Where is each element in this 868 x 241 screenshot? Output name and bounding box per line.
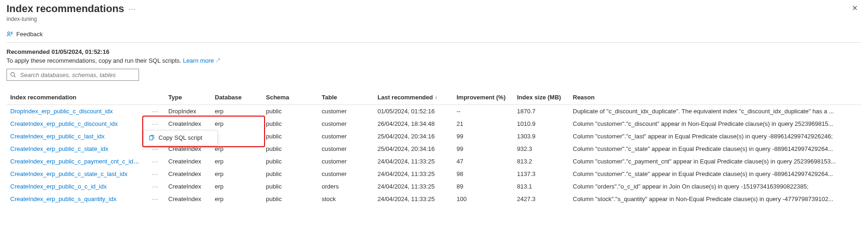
cell-schema: public <box>262 143 318 155</box>
svg-point-1 <box>11 72 14 76</box>
th-rec[interactable]: Index recommendation <box>7 90 146 105</box>
table-row: CreateIndex_erp_public_s_quantity_idx···… <box>7 193 861 205</box>
table-row: CreateIndex_erp_public_c_state_c_last_id… <box>7 168 861 180</box>
search-input-wrapper[interactable] <box>7 69 139 81</box>
cell-db: erp <box>211 168 262 180</box>
cell-last: 25/04/2024, 20:34:16 <box>374 130 453 143</box>
cell-reason: Column "customer"."c_state" appear in Eq… <box>569 168 861 180</box>
cell-type: CreateIndex <box>165 168 211 180</box>
row-more-button[interactable]: ··· <box>146 155 165 168</box>
cell-reason: Column "customer"."c_state" appear in Eq… <box>569 143 861 155</box>
cell-schema: public <box>262 130 318 143</box>
copy-icon <box>148 135 155 141</box>
external-link-icon: 🡕 <box>216 59 220 63</box>
page-subtitle: index-tuning <box>7 16 861 22</box>
th-impr[interactable]: Improvement (%) <box>453 90 513 105</box>
cell-reason: Column "customer"."c_discount" appear in… <box>569 117 861 130</box>
cell-db <box>211 130 262 143</box>
cell-rec: CreateIndex_erp_public_c_state_c_last_id… <box>7 168 146 180</box>
row-more-button[interactable]: ··· <box>146 105 165 118</box>
rec-link[interactable]: CreateIndex_erp_public_c_state_c_last_id… <box>10 170 127 177</box>
cell-impr: 89 <box>453 180 513 193</box>
table-row: CreateIndex_erp_public_c_payment_cnt_c_i… <box>7 155 861 168</box>
th-more-spacer <box>146 90 165 105</box>
cell-size: 813.2 <box>513 155 569 168</box>
row-context-menu: Copy SQL script <box>143 130 218 145</box>
cell-db: erp <box>211 180 262 193</box>
cell-table: customer <box>318 143 374 155</box>
cell-last: 24/04/2024, 11:33:25 <box>374 193 453 205</box>
search-input[interactable] <box>19 71 136 79</box>
cell-size: 2427.3 <box>513 193 569 205</box>
cell-db: erp <box>211 105 262 118</box>
feedback-label: Feedback <box>16 31 43 38</box>
th-schema[interactable]: Schema <box>262 90 318 105</box>
th-db[interactable]: Database <box>211 90 262 105</box>
context-menu-item[interactable]: Copy SQL script <box>144 131 217 144</box>
th-last[interactable]: Last recommended <box>374 90 453 105</box>
cell-schema: public <box>262 168 318 180</box>
cell-impr: -- <box>453 105 513 118</box>
table-row: CreateIndex_erp_public_c_state_idx···Cre… <box>7 143 861 155</box>
cell-db: erp <box>211 143 262 155</box>
cell-reason: Column "customer"."c_payment_cnt" appear… <box>569 155 861 168</box>
cell-rec: CreateIndex_erp_public_c_discount_idx <box>7 117 146 130</box>
th-type[interactable]: Type <box>165 90 211 105</box>
apply-description-text: To apply these recommendations, copy and… <box>7 57 181 64</box>
cell-type: CreateIndex <box>165 180 211 193</box>
table-row: CreateIndex_erp_public_c_last_idx···publ… <box>7 130 861 143</box>
th-table[interactable]: Table <box>318 90 374 105</box>
table-row: DropIndex_erp_public_c_discount_idx···Dr… <box>7 105 861 118</box>
cell-reason: Column "stock"."s_quantity" appear in No… <box>569 193 861 205</box>
cell-impr: 99 <box>453 143 513 155</box>
row-more-button[interactable]: ··· <box>146 168 165 180</box>
cell-table: stock <box>318 193 374 205</box>
header-more-button[interactable]: ··· <box>129 5 136 13</box>
svg-point-0 <box>7 32 10 34</box>
cell-type: CreateIndex <box>165 155 211 168</box>
cell-reason: Column "customer"."c_last" appear in Equ… <box>569 130 861 143</box>
cell-table: customer <box>318 105 374 118</box>
cell-db: erp <box>211 155 262 168</box>
row-more-button[interactable]: ··· <box>146 180 165 193</box>
rec-link[interactable]: CreateIndex_erp_public_s_quantity_idx <box>10 195 116 202</box>
cell-last: 24/04/2024, 11:33:25 <box>374 155 453 168</box>
cell-type: CreateIndex <box>165 117 211 130</box>
row-more-button[interactable]: ··· <box>146 193 165 205</box>
cell-schema: public <box>262 180 318 193</box>
cell-size: 813.1 <box>513 180 569 193</box>
rec-link[interactable]: CreateIndex_erp_public_c_payment_cnt_c_i… <box>10 158 144 165</box>
th-reason[interactable]: Reason <box>569 90 861 105</box>
table-row: CreateIndex_erp_public_c_discount_idx···… <box>7 117 861 130</box>
cell-rec: CreateIndex_erp_public_c_payment_cnt_c_i… <box>7 155 146 168</box>
cell-schema: public <box>262 193 318 205</box>
rec-link[interactable]: CreateIndex_erp_public_c_discount_idx <box>10 120 118 127</box>
feedback-icon <box>7 31 13 38</box>
close-button[interactable]: ✕ <box>848 2 861 14</box>
cell-rec: CreateIndex_erp_public_s_quantity_idx <box>7 193 146 205</box>
cell-reason: Duplicate of "c_discount_idx_duplicate".… <box>569 105 861 118</box>
table-body: DropIndex_erp_public_c_discount_idx···Dr… <box>7 105 861 206</box>
cell-impr: 98 <box>453 168 513 180</box>
cell-schema: public <box>262 155 318 168</box>
cell-type: CreateIndex <box>165 193 211 205</box>
cell-size: 1870.7 <box>513 105 569 118</box>
cell-rec: DropIndex_erp_public_c_discount_idx <box>7 105 146 118</box>
cell-db: erp <box>211 193 262 205</box>
cell-table: customer <box>318 130 374 143</box>
rec-link[interactable]: CreateIndex_erp_public_o_c_id_idx <box>10 183 106 190</box>
rec-link[interactable]: CreateIndex_erp_public_c_last_idx <box>10 133 105 140</box>
cell-type: DropIndex <box>165 105 211 118</box>
th-size[interactable]: Index size (MB) <box>513 90 569 105</box>
cell-table: customer <box>318 168 374 180</box>
rec-link[interactable]: DropIndex_erp_public_c_discount_idx <box>10 108 113 115</box>
cell-size: 1010.9 <box>513 117 569 130</box>
cell-reason: Column "orders"."o_c_id" appear in Join … <box>569 180 861 193</box>
rec-link[interactable]: CreateIndex_erp_public_c_state_idx <box>10 145 108 152</box>
cell-last: 25/04/2024, 20:34:16 <box>374 143 453 155</box>
learn-more-link[interactable]: Learn more 🡕 <box>183 57 220 64</box>
recommended-timestamp-label: Recommended 01/05/2024, 01:52:16 <box>7 48 861 55</box>
feedback-button[interactable]: Feedback <box>7 31 43 38</box>
row-more-button[interactable]: ··· <box>146 117 165 130</box>
cell-last: 01/05/2024, 01:52:16 <box>374 105 453 118</box>
